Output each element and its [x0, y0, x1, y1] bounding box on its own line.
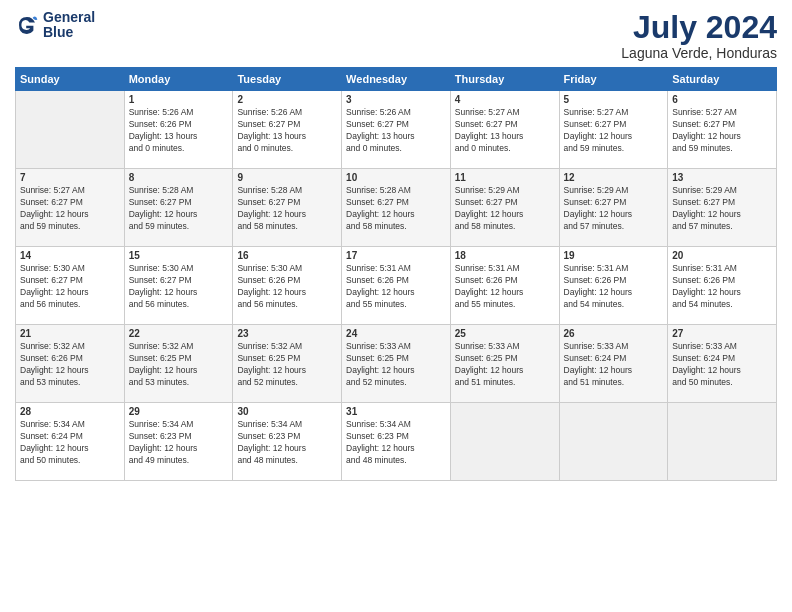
daylight-text2: and 57 minutes. — [672, 221, 732, 231]
col-saturday: Saturday — [668, 68, 777, 91]
week-row-1: 1Sunrise: 5:26 AMSunset: 6:26 PMDaylight… — [16, 91, 777, 169]
cell-w1-d5: 4Sunrise: 5:27 AMSunset: 6:27 PMDaylight… — [450, 91, 559, 169]
day-info: Sunrise: 5:28 AMSunset: 6:27 PMDaylight:… — [237, 185, 337, 233]
cell-w4-d4: 24Sunrise: 5:33 AMSunset: 6:25 PMDayligh… — [342, 325, 451, 403]
sunset-text: Sunset: 6:23 PM — [129, 431, 192, 441]
daylight-text: Daylight: 12 hours — [237, 365, 306, 375]
sunset-text: Sunset: 6:27 PM — [564, 119, 627, 129]
sunrise-text: Sunrise: 5:28 AM — [129, 185, 194, 195]
day-info: Sunrise: 5:30 AMSunset: 6:26 PMDaylight:… — [237, 263, 337, 311]
cell-w2-d3: 9Sunrise: 5:28 AMSunset: 6:27 PMDaylight… — [233, 169, 342, 247]
title-block: July 2024 Laguna Verde, Honduras — [621, 10, 777, 61]
daylight-text: Daylight: 12 hours — [564, 131, 633, 141]
daylight-text2: and 53 minutes. — [20, 377, 80, 387]
daylight-text: Daylight: 12 hours — [346, 209, 415, 219]
daylight-text2: and 59 minutes. — [564, 143, 624, 153]
daylight-text: Daylight: 12 hours — [129, 209, 198, 219]
day-info: Sunrise: 5:29 AMSunset: 6:27 PMDaylight:… — [455, 185, 555, 233]
cell-w3-d6: 19Sunrise: 5:31 AMSunset: 6:26 PMDayligh… — [559, 247, 668, 325]
day-number: 1 — [129, 94, 229, 105]
day-info: Sunrise: 5:34 AMSunset: 6:23 PMDaylight:… — [129, 419, 229, 467]
sunset-text: Sunset: 6:27 PM — [455, 197, 518, 207]
sunset-text: Sunset: 6:27 PM — [20, 275, 83, 285]
day-info: Sunrise: 5:31 AMSunset: 6:26 PMDaylight:… — [455, 263, 555, 311]
sunrise-text: Sunrise: 5:30 AM — [129, 263, 194, 273]
cell-w3-d7: 20Sunrise: 5:31 AMSunset: 6:26 PMDayligh… — [668, 247, 777, 325]
col-friday: Friday — [559, 68, 668, 91]
day-number: 7 — [20, 172, 120, 183]
day-info: Sunrise: 5:27 AMSunset: 6:27 PMDaylight:… — [564, 107, 664, 155]
daylight-text: Daylight: 12 hours — [20, 287, 89, 297]
daylight-text2: and 57 minutes. — [564, 221, 624, 231]
cell-w2-d7: 13Sunrise: 5:29 AMSunset: 6:27 PMDayligh… — [668, 169, 777, 247]
sunset-text: Sunset: 6:25 PM — [237, 353, 300, 363]
daylight-text: Daylight: 12 hours — [20, 365, 89, 375]
day-info: Sunrise: 5:28 AMSunset: 6:27 PMDaylight:… — [346, 185, 446, 233]
daylight-text2: and 51 minutes. — [564, 377, 624, 387]
daylight-text: Daylight: 12 hours — [346, 443, 415, 453]
daylight-text: Daylight: 13 hours — [346, 131, 415, 141]
cell-w5-d2: 29Sunrise: 5:34 AMSunset: 6:23 PMDayligh… — [124, 403, 233, 481]
sunrise-text: Sunrise: 5:32 AM — [237, 341, 302, 351]
cell-w4-d5: 25Sunrise: 5:33 AMSunset: 6:25 PMDayligh… — [450, 325, 559, 403]
logo: General Blue — [15, 10, 95, 41]
daylight-text: Daylight: 12 hours — [129, 365, 198, 375]
sunrise-text: Sunrise: 5:34 AM — [237, 419, 302, 429]
daylight-text: Daylight: 12 hours — [455, 287, 524, 297]
sunrise-text: Sunrise: 5:27 AM — [455, 107, 520, 117]
day-number: 19 — [564, 250, 664, 261]
daylight-text: Daylight: 12 hours — [672, 209, 741, 219]
sunrise-text: Sunrise: 5:31 AM — [455, 263, 520, 273]
day-info: Sunrise: 5:32 AMSunset: 6:25 PMDaylight:… — [129, 341, 229, 389]
daylight-text2: and 58 minutes. — [455, 221, 515, 231]
day-number: 30 — [237, 406, 337, 417]
day-number: 25 — [455, 328, 555, 339]
day-info: Sunrise: 5:33 AMSunset: 6:25 PMDaylight:… — [346, 341, 446, 389]
cell-w1-d1 — [16, 91, 125, 169]
sunset-text: Sunset: 6:27 PM — [129, 197, 192, 207]
sunrise-text: Sunrise: 5:27 AM — [564, 107, 629, 117]
daylight-text2: and 50 minutes. — [672, 377, 732, 387]
day-info: Sunrise: 5:34 AMSunset: 6:24 PMDaylight:… — [20, 419, 120, 467]
col-thursday: Thursday — [450, 68, 559, 91]
sunrise-text: Sunrise: 5:33 AM — [672, 341, 737, 351]
daylight-text2: and 59 minutes. — [672, 143, 732, 153]
cell-w3-d3: 16Sunrise: 5:30 AMSunset: 6:26 PMDayligh… — [233, 247, 342, 325]
logo-text: General Blue — [43, 10, 95, 41]
cell-w1-d4: 3Sunrise: 5:26 AMSunset: 6:27 PMDaylight… — [342, 91, 451, 169]
day-info: Sunrise: 5:29 AMSunset: 6:27 PMDaylight:… — [672, 185, 772, 233]
sunset-text: Sunset: 6:27 PM — [129, 275, 192, 285]
sunrise-text: Sunrise: 5:34 AM — [20, 419, 85, 429]
sunrise-text: Sunrise: 5:33 AM — [346, 341, 411, 351]
cell-w3-d5: 18Sunrise: 5:31 AMSunset: 6:26 PMDayligh… — [450, 247, 559, 325]
col-wednesday: Wednesday — [342, 68, 451, 91]
daylight-text2: and 56 minutes. — [129, 299, 189, 309]
sunset-text: Sunset: 6:26 PM — [455, 275, 518, 285]
cell-w4-d1: 21Sunrise: 5:32 AMSunset: 6:26 PMDayligh… — [16, 325, 125, 403]
daylight-text: Daylight: 13 hours — [129, 131, 198, 141]
day-number: 9 — [237, 172, 337, 183]
daylight-text2: and 52 minutes. — [346, 377, 406, 387]
daylight-text2: and 0 minutes. — [129, 143, 185, 153]
cell-w2-d1: 7Sunrise: 5:27 AMSunset: 6:27 PMDaylight… — [16, 169, 125, 247]
sunset-text: Sunset: 6:27 PM — [237, 197, 300, 207]
day-number: 15 — [129, 250, 229, 261]
day-info: Sunrise: 5:31 AMSunset: 6:26 PMDaylight:… — [564, 263, 664, 311]
daylight-text: Daylight: 12 hours — [237, 443, 306, 453]
sunset-text: Sunset: 6:27 PM — [564, 197, 627, 207]
sunset-text: Sunset: 6:27 PM — [455, 119, 518, 129]
sunset-text: Sunset: 6:25 PM — [455, 353, 518, 363]
daylight-text2: and 59 minutes. — [129, 221, 189, 231]
sunset-text: Sunset: 6:26 PM — [346, 275, 409, 285]
daylight-text: Daylight: 12 hours — [237, 209, 306, 219]
day-info: Sunrise: 5:34 AMSunset: 6:23 PMDaylight:… — [346, 419, 446, 467]
sunrise-text: Sunrise: 5:34 AM — [346, 419, 411, 429]
sunset-text: Sunset: 6:27 PM — [346, 197, 409, 207]
sunrise-text: Sunrise: 5:27 AM — [20, 185, 85, 195]
cell-w2-d6: 12Sunrise: 5:29 AMSunset: 6:27 PMDayligh… — [559, 169, 668, 247]
month-title: July 2024 — [621, 10, 777, 45]
sunrise-text: Sunrise: 5:26 AM — [237, 107, 302, 117]
day-info: Sunrise: 5:26 AMSunset: 6:26 PMDaylight:… — [129, 107, 229, 155]
day-number: 2 — [237, 94, 337, 105]
sunrise-text: Sunrise: 5:31 AM — [346, 263, 411, 273]
